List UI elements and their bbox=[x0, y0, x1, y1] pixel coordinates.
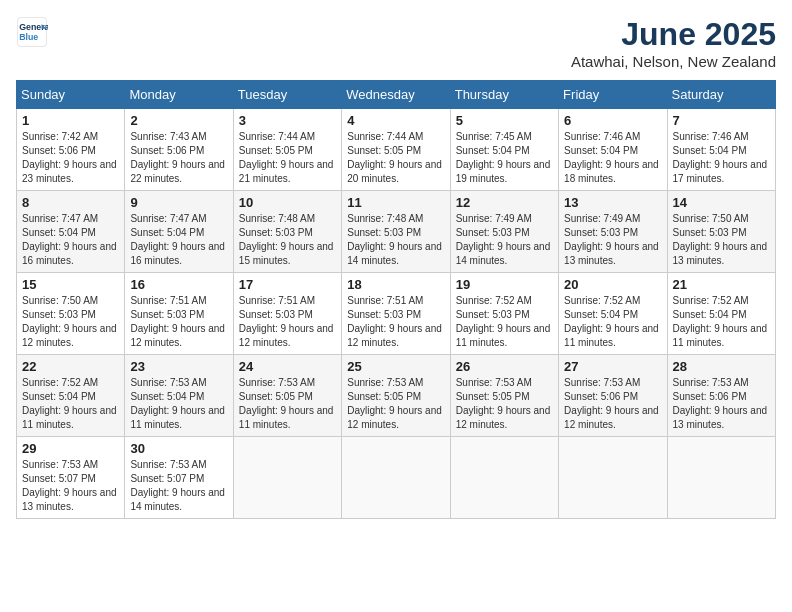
list-item: 8 Sunrise: 7:47 AMSunset: 5:04 PMDayligh… bbox=[17, 191, 125, 273]
table-row: 8 Sunrise: 7:47 AMSunset: 5:04 PMDayligh… bbox=[17, 191, 776, 273]
table-row: 1 Sunrise: 7:42 AMSunset: 5:06 PMDayligh… bbox=[17, 109, 776, 191]
list-item bbox=[233, 437, 341, 519]
header: General Blue June 2025 Atawhai, Nelson, … bbox=[16, 16, 776, 70]
location-title: Atawhai, Nelson, New Zealand bbox=[571, 53, 776, 70]
day-info: Sunrise: 7:52 AMSunset: 5:04 PMDaylight:… bbox=[564, 294, 661, 350]
day-number: 16 bbox=[130, 277, 227, 292]
day-number: 28 bbox=[673, 359, 770, 374]
day-info: Sunrise: 7:48 AMSunset: 5:03 PMDaylight:… bbox=[239, 212, 336, 268]
list-item: 19 Sunrise: 7:52 AMSunset: 5:03 PMDaylig… bbox=[450, 273, 558, 355]
list-item: 15 Sunrise: 7:50 AMSunset: 5:03 PMDaylig… bbox=[17, 273, 125, 355]
table-row: 29 Sunrise: 7:53 AMSunset: 5:07 PMDaylig… bbox=[17, 437, 776, 519]
list-item: 10 Sunrise: 7:48 AMSunset: 5:03 PMDaylig… bbox=[233, 191, 341, 273]
page-container: General Blue June 2025 Atawhai, Nelson, … bbox=[16, 16, 776, 519]
list-item: 29 Sunrise: 7:53 AMSunset: 5:07 PMDaylig… bbox=[17, 437, 125, 519]
title-area: June 2025 Atawhai, Nelson, New Zealand bbox=[571, 16, 776, 70]
list-item: 25 Sunrise: 7:53 AMSunset: 5:05 PMDaylig… bbox=[342, 355, 450, 437]
list-item bbox=[559, 437, 667, 519]
day-number: 27 bbox=[564, 359, 661, 374]
day-number: 14 bbox=[673, 195, 770, 210]
list-item: 28 Sunrise: 7:53 AMSunset: 5:06 PMDaylig… bbox=[667, 355, 775, 437]
list-item: 26 Sunrise: 7:53 AMSunset: 5:05 PMDaylig… bbox=[450, 355, 558, 437]
list-item: 1 Sunrise: 7:42 AMSunset: 5:06 PMDayligh… bbox=[17, 109, 125, 191]
day-info: Sunrise: 7:52 AMSunset: 5:03 PMDaylight:… bbox=[456, 294, 553, 350]
day-info: Sunrise: 7:53 AMSunset: 5:07 PMDaylight:… bbox=[130, 458, 227, 514]
day-info: Sunrise: 7:50 AMSunset: 5:03 PMDaylight:… bbox=[22, 294, 119, 350]
day-info: Sunrise: 7:52 AMSunset: 5:04 PMDaylight:… bbox=[673, 294, 770, 350]
day-number: 29 bbox=[22, 441, 119, 456]
day-number: 19 bbox=[456, 277, 553, 292]
logo: General Blue bbox=[16, 16, 48, 48]
day-number: 23 bbox=[130, 359, 227, 374]
list-item: 3 Sunrise: 7:44 AMSunset: 5:05 PMDayligh… bbox=[233, 109, 341, 191]
col-saturday: Saturday bbox=[667, 81, 775, 109]
day-info: Sunrise: 7:48 AMSunset: 5:03 PMDaylight:… bbox=[347, 212, 444, 268]
day-info: Sunrise: 7:53 AMSunset: 5:05 PMDaylight:… bbox=[347, 376, 444, 432]
list-item: 27 Sunrise: 7:53 AMSunset: 5:06 PMDaylig… bbox=[559, 355, 667, 437]
list-item bbox=[450, 437, 558, 519]
col-monday: Monday bbox=[125, 81, 233, 109]
list-item: 16 Sunrise: 7:51 AMSunset: 5:03 PMDaylig… bbox=[125, 273, 233, 355]
list-item: 17 Sunrise: 7:51 AMSunset: 5:03 PMDaylig… bbox=[233, 273, 341, 355]
day-info: Sunrise: 7:43 AMSunset: 5:06 PMDaylight:… bbox=[130, 130, 227, 186]
day-info: Sunrise: 7:51 AMSunset: 5:03 PMDaylight:… bbox=[347, 294, 444, 350]
list-item: 6 Sunrise: 7:46 AMSunset: 5:04 PMDayligh… bbox=[559, 109, 667, 191]
list-item: 9 Sunrise: 7:47 AMSunset: 5:04 PMDayligh… bbox=[125, 191, 233, 273]
day-info: Sunrise: 7:53 AMSunset: 5:04 PMDaylight:… bbox=[130, 376, 227, 432]
day-number: 2 bbox=[130, 113, 227, 128]
day-number: 20 bbox=[564, 277, 661, 292]
day-number: 25 bbox=[347, 359, 444, 374]
list-item: 30 Sunrise: 7:53 AMSunset: 5:07 PMDaylig… bbox=[125, 437, 233, 519]
list-item bbox=[667, 437, 775, 519]
logo-icon: General Blue bbox=[16, 16, 48, 48]
list-item: 11 Sunrise: 7:48 AMSunset: 5:03 PMDaylig… bbox=[342, 191, 450, 273]
day-info: Sunrise: 7:46 AMSunset: 5:04 PMDaylight:… bbox=[673, 130, 770, 186]
svg-text:Blue: Blue bbox=[19, 32, 38, 42]
table-row: 15 Sunrise: 7:50 AMSunset: 5:03 PMDaylig… bbox=[17, 273, 776, 355]
col-wednesday: Wednesday bbox=[342, 81, 450, 109]
day-number: 26 bbox=[456, 359, 553, 374]
list-item: 4 Sunrise: 7:44 AMSunset: 5:05 PMDayligh… bbox=[342, 109, 450, 191]
day-info: Sunrise: 7:46 AMSunset: 5:04 PMDaylight:… bbox=[564, 130, 661, 186]
day-number: 11 bbox=[347, 195, 444, 210]
day-number: 8 bbox=[22, 195, 119, 210]
calendar-table: Sunday Monday Tuesday Wednesday Thursday… bbox=[16, 80, 776, 519]
day-number: 24 bbox=[239, 359, 336, 374]
day-info: Sunrise: 7:44 AMSunset: 5:05 PMDaylight:… bbox=[347, 130, 444, 186]
day-number: 30 bbox=[130, 441, 227, 456]
day-info: Sunrise: 7:53 AMSunset: 5:06 PMDaylight:… bbox=[564, 376, 661, 432]
month-title: June 2025 bbox=[571, 16, 776, 53]
day-number: 10 bbox=[239, 195, 336, 210]
day-number: 13 bbox=[564, 195, 661, 210]
header-row: Sunday Monday Tuesday Wednesday Thursday… bbox=[17, 81, 776, 109]
day-number: 17 bbox=[239, 277, 336, 292]
list-item: 13 Sunrise: 7:49 AMSunset: 5:03 PMDaylig… bbox=[559, 191, 667, 273]
day-info: Sunrise: 7:44 AMSunset: 5:05 PMDaylight:… bbox=[239, 130, 336, 186]
list-item: 24 Sunrise: 7:53 AMSunset: 5:05 PMDaylig… bbox=[233, 355, 341, 437]
day-info: Sunrise: 7:53 AMSunset: 5:06 PMDaylight:… bbox=[673, 376, 770, 432]
day-number: 4 bbox=[347, 113, 444, 128]
day-info: Sunrise: 7:50 AMSunset: 5:03 PMDaylight:… bbox=[673, 212, 770, 268]
day-info: Sunrise: 7:45 AMSunset: 5:04 PMDaylight:… bbox=[456, 130, 553, 186]
col-thursday: Thursday bbox=[450, 81, 558, 109]
day-number: 1 bbox=[22, 113, 119, 128]
list-item: 14 Sunrise: 7:50 AMSunset: 5:03 PMDaylig… bbox=[667, 191, 775, 273]
list-item: 20 Sunrise: 7:52 AMSunset: 5:04 PMDaylig… bbox=[559, 273, 667, 355]
day-info: Sunrise: 7:47 AMSunset: 5:04 PMDaylight:… bbox=[22, 212, 119, 268]
col-friday: Friday bbox=[559, 81, 667, 109]
day-number: 3 bbox=[239, 113, 336, 128]
day-number: 22 bbox=[22, 359, 119, 374]
table-row: 22 Sunrise: 7:52 AMSunset: 5:04 PMDaylig… bbox=[17, 355, 776, 437]
list-item: 23 Sunrise: 7:53 AMSunset: 5:04 PMDaylig… bbox=[125, 355, 233, 437]
list-item bbox=[342, 437, 450, 519]
list-item: 5 Sunrise: 7:45 AMSunset: 5:04 PMDayligh… bbox=[450, 109, 558, 191]
day-info: Sunrise: 7:51 AMSunset: 5:03 PMDaylight:… bbox=[239, 294, 336, 350]
day-number: 15 bbox=[22, 277, 119, 292]
day-info: Sunrise: 7:42 AMSunset: 5:06 PMDaylight:… bbox=[22, 130, 119, 186]
day-number: 7 bbox=[673, 113, 770, 128]
list-item: 12 Sunrise: 7:49 AMSunset: 5:03 PMDaylig… bbox=[450, 191, 558, 273]
day-number: 9 bbox=[130, 195, 227, 210]
list-item: 18 Sunrise: 7:51 AMSunset: 5:03 PMDaylig… bbox=[342, 273, 450, 355]
day-info: Sunrise: 7:53 AMSunset: 5:05 PMDaylight:… bbox=[456, 376, 553, 432]
day-info: Sunrise: 7:53 AMSunset: 5:07 PMDaylight:… bbox=[22, 458, 119, 514]
